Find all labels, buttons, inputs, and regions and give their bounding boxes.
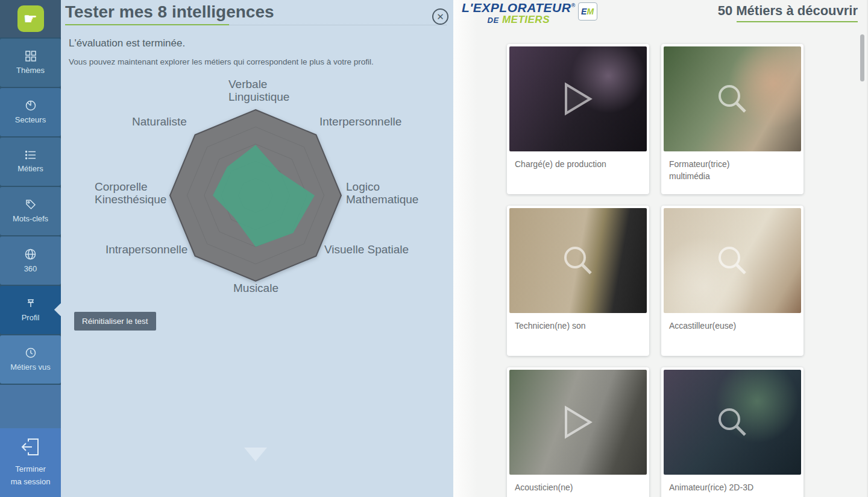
title-accent-underline bbox=[65, 24, 229, 25]
list-icon bbox=[25, 150, 36, 160]
scroll-down-chevron-icon[interactable] bbox=[244, 448, 267, 461]
pointing-hand-icon: ☛ bbox=[17, 5, 44, 32]
sidebar: ☛ Thèmes Secteurs Métiers Mots-clefs 360… bbox=[0, 0, 61, 497]
metier-photo bbox=[509, 370, 647, 475]
logout-button[interactable]: Terminer ma session bbox=[0, 428, 61, 497]
page-title: Tester mes 8 intelligences bbox=[65, 2, 274, 22]
sidebar-item-mots-clefs[interactable]: Mots-clefs bbox=[0, 187, 61, 235]
sidebar-item-360[interactable]: 360 bbox=[0, 236, 61, 285]
grid-icon bbox=[25, 51, 36, 62]
metier-card[interactable]: Chargé(e) de production bbox=[507, 44, 649, 194]
close-button[interactable]: ✕ bbox=[432, 8, 448, 25]
sidebar-spacer bbox=[0, 385, 61, 432]
reset-test-button[interactable]: Réinitialiser le test bbox=[74, 312, 156, 331]
magnifier-icon bbox=[664, 46, 801, 151]
tag-icon bbox=[25, 199, 36, 210]
metier-photo bbox=[664, 370, 801, 475]
axis-label-intrapersonnelle: Intrapersonnelle bbox=[105, 244, 187, 256]
sidebar-item-label: Métiers vus bbox=[10, 362, 50, 372]
metier-title: Accastilleur(euse) bbox=[664, 313, 801, 338]
pin-icon bbox=[25, 298, 36, 309]
metier-title: Technicien(ne) son bbox=[509, 313, 647, 338]
metier-card[interactable]: Animateur(rice) 2D-3D bbox=[661, 367, 804, 497]
globe-icon bbox=[25, 248, 36, 260]
axis-label-corporelle-kinesthesique: Corporelle Kinesthésique bbox=[95, 181, 166, 206]
metier-title: Acousticien(ne) bbox=[509, 475, 647, 497]
sidebar-item-label: Secteurs bbox=[15, 115, 46, 124]
metier-card-grid: Chargé(e) de production Formateur(trice)… bbox=[507, 44, 804, 497]
evaluation-status: L'évaluation est terminée. bbox=[69, 37, 185, 49]
logo-de: DE bbox=[488, 16, 499, 25]
sidebar-item-metiers[interactable]: Métiers bbox=[0, 138, 61, 186]
axis-label-interpersonnelle: Interpersonnelle bbox=[319, 116, 401, 128]
evaluation-description: Vous pouvez maintenant explorer les méti… bbox=[69, 57, 374, 66]
metier-photo bbox=[509, 46, 647, 151]
sidebar-item-label: Mots-clefs bbox=[13, 214, 48, 223]
axis-label-logico-mathematique: Logico Mathematique bbox=[346, 181, 418, 206]
logo-line1: L'EXPLORATEUR bbox=[462, 1, 571, 14]
sidebar-item-profil[interactable]: Profil bbox=[0, 286, 61, 334]
logout-label-line2: ma session bbox=[11, 476, 51, 489]
intelligences-panel: Tester mes 8 intelligences ✕ L'évaluatio… bbox=[61, 0, 453, 497]
close-icon: ✕ bbox=[436, 11, 444, 22]
metier-card[interactable]: Acousticien(ne) bbox=[507, 367, 649, 497]
magnifier-icon bbox=[509, 208, 647, 313]
edm-badge-icon: EM bbox=[578, 2, 597, 21]
sidebar-item-label: Thèmes bbox=[16, 66, 45, 75]
metier-card[interactable]: Technicien(ne) son bbox=[507, 206, 649, 356]
metier-photo bbox=[664, 208, 801, 313]
sidebar-item-label: Profil bbox=[22, 313, 40, 322]
logout-label-line1: Terminer bbox=[11, 463, 51, 476]
metier-title: Animateur(rice) 2D-3D bbox=[664, 475, 801, 497]
logo-registered-mark: ® bbox=[571, 2, 575, 8]
play-icon bbox=[509, 46, 647, 151]
sidebar-item-label: Métiers bbox=[17, 164, 43, 173]
axis-label-musicale: Musicale bbox=[233, 282, 278, 295]
metier-title: Chargé(e) de production bbox=[509, 151, 647, 177]
heading-accent-underline bbox=[737, 21, 858, 22]
scrollbar-thumb[interactable] bbox=[860, 34, 864, 81]
play-icon bbox=[509, 370, 647, 475]
metier-card[interactable]: Formateur(trice) multimédia bbox=[661, 44, 804, 194]
metier-card[interactable]: Accastilleur(euse) bbox=[661, 206, 804, 356]
metier-title: Formateur(trice) multimédia bbox=[664, 151, 801, 189]
sidebar-item-themes[interactable]: Thèmes bbox=[0, 39, 61, 87]
clock-icon bbox=[25, 347, 36, 358]
metier-photo bbox=[509, 208, 647, 313]
pie-icon bbox=[25, 100, 36, 111]
logout-icon bbox=[20, 437, 42, 457]
sidebar-item-metiers-vus[interactable]: Métiers vus bbox=[0, 335, 61, 384]
magnifier-icon bbox=[664, 370, 801, 475]
explorateur-logo: L'EXPLORATEUR® DE METIERS EM bbox=[462, 1, 597, 25]
logo-metiers: METIERS bbox=[502, 14, 550, 25]
app-logo: ☛ bbox=[0, 0, 61, 37]
metiers-panel: L'EXPLORATEUR® DE METIERS EM 50 Métiers … bbox=[453, 0, 868, 497]
sidebar-item-secteurs[interactable]: Secteurs bbox=[0, 88, 61, 136]
axis-label-visuelle-spatiale: Visuelle Spatiale bbox=[324, 244, 409, 256]
metiers-count-heading: 50 Métiers à découvrir bbox=[718, 3, 858, 19]
axis-label-naturaliste: Naturaliste bbox=[132, 116, 187, 128]
magnifier-icon bbox=[664, 208, 801, 313]
sidebar-item-label: 360 bbox=[24, 264, 37, 273]
axis-label-verbale-linguistique: Verbale Linguistique bbox=[228, 78, 289, 104]
metier-photo bbox=[664, 46, 801, 151]
